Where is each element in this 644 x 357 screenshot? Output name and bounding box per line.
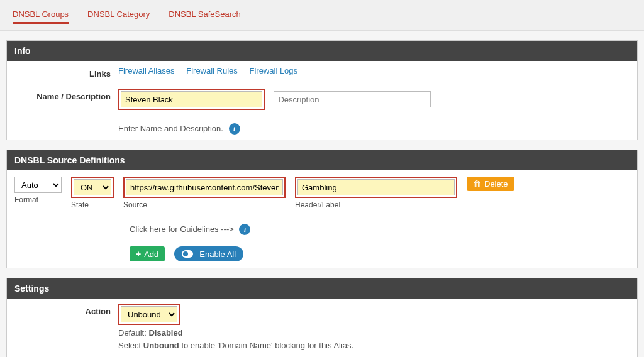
source-highlight	[123, 177, 286, 198]
state-highlight: ON	[71, 177, 114, 198]
source-label: Source	[123, 200, 286, 209]
link-firewall-logs[interactable]: Firewall Logs	[249, 66, 297, 75]
tabs-bar: DNSBL Groups DNSBL Category DNSBL SafeSe…	[0, 0, 644, 31]
source-defs-header: DNSBL Source Definitions	[7, 150, 637, 170]
info-panel: Info Links Firewall Aliases Firewall Rul…	[6, 40, 638, 140]
settings-panel: Settings Action Unbound Default: Disable…	[6, 278, 638, 357]
state-select[interactable]: ON	[74, 179, 111, 195]
action-highlight: Unbound	[118, 304, 180, 325]
info-icon[interactable]: i	[239, 224, 250, 235]
name-desc-label: Name / Description	[14, 89, 118, 101]
format-select[interactable]: Auto	[14, 177, 62, 193]
delete-button[interactable]: 🗑 Delete	[467, 177, 514, 191]
tab-dnsbl-category[interactable]: DNSBL Category	[87, 6, 150, 24]
name-help-text: Enter Name and Description.	[118, 124, 223, 133]
tab-dnsbl-groups[interactable]: DNSBL Groups	[13, 6, 69, 24]
description-input[interactable]	[274, 91, 431, 107]
toggle-icon	[182, 250, 193, 258]
info-icon[interactable]: i	[229, 123, 240, 135]
info-header: Info	[7, 41, 637, 61]
source-input[interactable]	[126, 179, 283, 195]
action-default-value: Disabled	[148, 328, 182, 338]
action-default-label: Default:	[118, 328, 148, 338]
enable-all-button[interactable]: Enable All	[174, 246, 243, 261]
trash-icon: 🗑	[473, 179, 481, 189]
link-firewall-rules[interactable]: Firewall Rules	[186, 66, 238, 75]
plus-icon: +	[136, 249, 141, 259]
tab-dnsbl-safesearch[interactable]: DNSBL SafeSearch	[169, 6, 240, 24]
header-label: Header/Label	[295, 200, 457, 209]
add-button[interactable]: + Add	[130, 246, 165, 261]
header-highlight	[295, 177, 457, 198]
format-label: Format	[14, 195, 62, 204]
links-label: Links	[14, 66, 118, 79]
action-label: Action	[14, 304, 118, 316]
action-select[interactable]: Unbound	[121, 306, 177, 322]
header-input[interactable]	[297, 179, 455, 195]
settings-header: Settings	[7, 278, 637, 299]
name-highlight	[118, 89, 265, 110]
link-firewall-aliases[interactable]: Firewall Aliases	[118, 66, 175, 75]
source-defs-panel: DNSBL Source Definitions Auto Format ON …	[6, 150, 638, 268]
state-label: State	[71, 200, 114, 209]
name-input[interactable]	[121, 91, 262, 107]
guidelines-text: Click here for Guidelines --->	[130, 224, 234, 234]
